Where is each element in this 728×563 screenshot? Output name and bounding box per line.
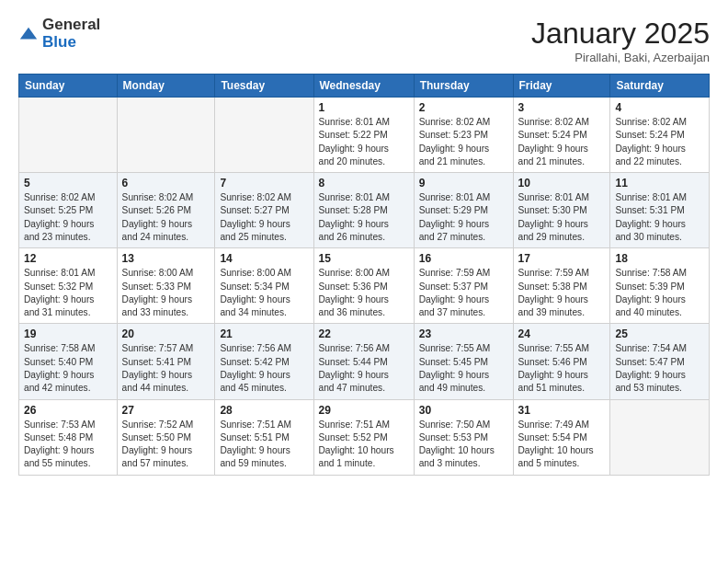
calendar-week-5: 26Sunrise: 7:53 AM Sunset: 5:48 PM Dayli… xyxy=(19,399,710,475)
calendar-week-4: 19Sunrise: 7:58 AM Sunset: 5:40 PM Dayli… xyxy=(19,324,710,399)
calendar-cell: 14Sunrise: 8:00 AM Sunset: 5:34 PM Dayli… xyxy=(215,248,313,324)
page: General Blue January 2025 Pirallahi, Bak… xyxy=(0,0,728,492)
day-info: Sunrise: 7:51 AM Sunset: 5:52 PM Dayligh… xyxy=(319,419,409,471)
weekday-monday: Monday xyxy=(117,75,215,98)
svg-marker-0 xyxy=(20,27,37,39)
day-number: 24 xyxy=(518,327,606,340)
weekday-saturday: Saturday xyxy=(610,75,710,98)
day-info: Sunrise: 8:01 AM Sunset: 5:32 PM Dayligh… xyxy=(24,267,112,319)
calendar-cell: 9Sunrise: 8:01 AM Sunset: 5:29 PM Daylig… xyxy=(414,173,513,248)
calendar-cell xyxy=(19,98,118,173)
calendar-cell: 1Sunrise: 8:01 AM Sunset: 5:22 PM Daylig… xyxy=(313,98,414,173)
calendar-cell: 6Sunrise: 8:02 AM Sunset: 5:26 PM Daylig… xyxy=(117,173,215,248)
day-info: Sunrise: 8:01 AM Sunset: 5:22 PM Dayligh… xyxy=(319,116,409,168)
day-number: 15 xyxy=(319,252,409,265)
day-info: Sunrise: 8:02 AM Sunset: 5:27 PM Dayligh… xyxy=(220,191,308,244)
calendar-cell xyxy=(610,399,710,475)
day-info: Sunrise: 7:57 AM Sunset: 5:41 PM Dayligh… xyxy=(122,342,210,395)
day-info: Sunrise: 7:59 AM Sunset: 5:37 PM Dayligh… xyxy=(419,267,508,319)
day-number: 9 xyxy=(419,177,508,190)
calendar-cell: 11Sunrise: 8:01 AM Sunset: 5:31 PM Dayli… xyxy=(610,173,710,248)
logo-icon xyxy=(18,24,39,44)
day-info: Sunrise: 8:00 AM Sunset: 5:34 PM Dayligh… xyxy=(220,267,308,319)
weekday-friday: Friday xyxy=(513,75,610,98)
calendar-cell: 26Sunrise: 7:53 AM Sunset: 5:48 PM Dayli… xyxy=(19,399,118,475)
day-info: Sunrise: 7:54 AM Sunset: 5:47 PM Dayligh… xyxy=(615,342,704,395)
logo-text: General Blue xyxy=(42,17,100,51)
calendar-cell: 2Sunrise: 8:02 AM Sunset: 5:23 PM Daylig… xyxy=(414,98,513,173)
day-number: 18 xyxy=(615,252,704,265)
day-number: 29 xyxy=(319,404,409,417)
logo: General Blue xyxy=(18,17,100,51)
day-info: Sunrise: 7:56 AM Sunset: 5:44 PM Dayligh… xyxy=(319,342,409,395)
weekday-sunday: Sunday xyxy=(19,75,118,98)
day-number: 19 xyxy=(24,327,112,340)
day-number: 22 xyxy=(319,327,409,340)
day-number: 12 xyxy=(24,252,112,265)
location: Pirallahi, Baki, Azerbaijan xyxy=(531,51,710,64)
day-number: 23 xyxy=(419,327,508,340)
day-info: Sunrise: 7:58 AM Sunset: 5:40 PM Dayligh… xyxy=(24,342,112,395)
calendar-week-3: 12Sunrise: 8:01 AM Sunset: 5:32 PM Dayli… xyxy=(19,248,710,324)
calendar-cell: 23Sunrise: 7:55 AM Sunset: 5:45 PM Dayli… xyxy=(414,324,513,399)
calendar-body: 1Sunrise: 8:01 AM Sunset: 5:22 PM Daylig… xyxy=(19,98,710,476)
day-info: Sunrise: 7:56 AM Sunset: 5:42 PM Dayligh… xyxy=(220,342,308,395)
weekday-header-row: SundayMondayTuesdayWednesdayThursdayFrid… xyxy=(19,75,710,98)
calendar-cell: 7Sunrise: 8:02 AM Sunset: 5:27 PM Daylig… xyxy=(215,173,313,248)
day-number: 21 xyxy=(220,327,308,340)
day-info: Sunrise: 8:01 AM Sunset: 5:30 PM Dayligh… xyxy=(518,191,606,244)
day-info: Sunrise: 8:02 AM Sunset: 5:24 PM Dayligh… xyxy=(518,116,606,168)
calendar-cell: 12Sunrise: 8:01 AM Sunset: 5:32 PM Dayli… xyxy=(19,248,118,324)
calendar-cell: 25Sunrise: 7:54 AM Sunset: 5:47 PM Dayli… xyxy=(610,324,710,399)
month-title: January 2025 xyxy=(531,17,710,51)
calendar-cell: 10Sunrise: 8:01 AM Sunset: 5:30 PM Dayli… xyxy=(513,173,610,248)
calendar-cell: 27Sunrise: 7:52 AM Sunset: 5:50 PM Dayli… xyxy=(117,399,215,475)
day-number: 13 xyxy=(122,252,210,265)
day-number: 1 xyxy=(319,101,409,114)
day-number: 16 xyxy=(419,252,508,265)
day-info: Sunrise: 8:02 AM Sunset: 5:23 PM Dayligh… xyxy=(419,116,508,168)
weekday-thursday: Thursday xyxy=(414,75,513,98)
day-number: 5 xyxy=(24,177,112,190)
day-info: Sunrise: 8:01 AM Sunset: 5:31 PM Dayligh… xyxy=(615,191,704,244)
calendar-cell xyxy=(117,98,215,173)
calendar-table: SundayMondayTuesdayWednesdayThursdayFrid… xyxy=(18,74,710,476)
calendar-cell: 30Sunrise: 7:50 AM Sunset: 5:53 PM Dayli… xyxy=(414,399,513,475)
day-number: 17 xyxy=(518,252,606,265)
calendar-cell: 8Sunrise: 8:01 AM Sunset: 5:28 PM Daylig… xyxy=(313,173,414,248)
day-info: Sunrise: 7:50 AM Sunset: 5:53 PM Dayligh… xyxy=(419,419,508,471)
calendar-cell: 15Sunrise: 8:00 AM Sunset: 5:36 PM Dayli… xyxy=(313,248,414,324)
calendar-cell: 31Sunrise: 7:49 AM Sunset: 5:54 PM Dayli… xyxy=(513,399,610,475)
day-number: 4 xyxy=(615,101,704,114)
day-number: 8 xyxy=(319,177,409,190)
calendar-cell: 21Sunrise: 7:56 AM Sunset: 5:42 PM Dayli… xyxy=(215,324,313,399)
day-info: Sunrise: 7:59 AM Sunset: 5:38 PM Dayligh… xyxy=(518,267,606,319)
logo-blue: Blue xyxy=(42,33,76,51)
calendar-cell: 28Sunrise: 7:51 AM Sunset: 5:51 PM Dayli… xyxy=(215,399,313,475)
day-number: 2 xyxy=(419,101,508,114)
day-info: Sunrise: 7:49 AM Sunset: 5:54 PM Dayligh… xyxy=(518,419,606,471)
day-info: Sunrise: 8:02 AM Sunset: 5:24 PM Dayligh… xyxy=(615,116,704,168)
weekday-tuesday: Tuesday xyxy=(215,75,313,98)
day-number: 11 xyxy=(615,177,704,190)
calendar-header: SundayMondayTuesdayWednesdayThursdayFrid… xyxy=(19,75,710,98)
day-number: 27 xyxy=(122,404,210,417)
day-info: Sunrise: 7:53 AM Sunset: 5:48 PM Dayligh… xyxy=(24,419,112,471)
day-number: 6 xyxy=(122,177,210,190)
calendar-cell: 29Sunrise: 7:51 AM Sunset: 5:52 PM Dayli… xyxy=(313,399,414,475)
day-number: 28 xyxy=(220,404,308,417)
calendar-cell: 5Sunrise: 8:02 AM Sunset: 5:25 PM Daylig… xyxy=(19,173,118,248)
day-info: Sunrise: 8:01 AM Sunset: 5:29 PM Dayligh… xyxy=(419,191,508,244)
day-info: Sunrise: 7:55 AM Sunset: 5:46 PM Dayligh… xyxy=(518,342,606,395)
calendar-cell: 17Sunrise: 7:59 AM Sunset: 5:38 PM Dayli… xyxy=(513,248,610,324)
day-info: Sunrise: 7:51 AM Sunset: 5:51 PM Dayligh… xyxy=(220,419,308,471)
day-info: Sunrise: 7:58 AM Sunset: 5:39 PM Dayligh… xyxy=(615,267,704,319)
day-info: Sunrise: 8:00 AM Sunset: 5:33 PM Dayligh… xyxy=(122,267,210,319)
calendar-cell: 3Sunrise: 8:02 AM Sunset: 5:24 PM Daylig… xyxy=(513,98,610,173)
title-block: January 2025 Pirallahi, Baki, Azerbaijan xyxy=(531,17,710,64)
day-info: Sunrise: 7:52 AM Sunset: 5:50 PM Dayligh… xyxy=(122,419,210,471)
calendar-cell: 18Sunrise: 7:58 AM Sunset: 5:39 PM Dayli… xyxy=(610,248,710,324)
day-number: 3 xyxy=(518,101,606,114)
day-number: 31 xyxy=(518,404,606,417)
calendar-cell xyxy=(215,98,313,173)
